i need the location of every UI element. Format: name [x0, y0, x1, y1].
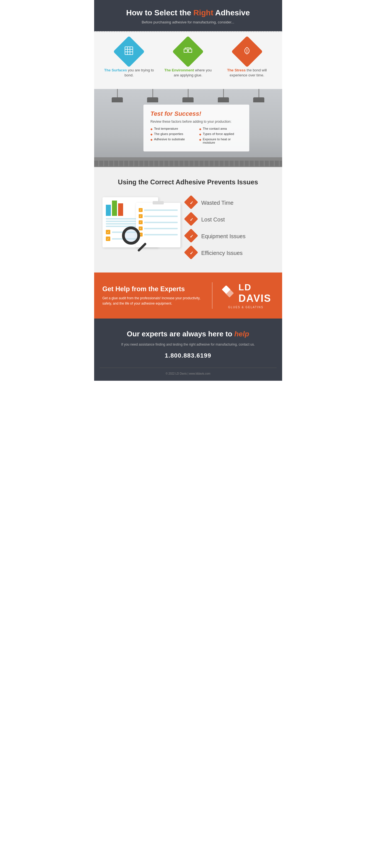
equipment-check: ✓ [186, 231, 197, 242]
clip-line-3 [144, 222, 178, 223]
environment-icon-wrapper [162, 40, 215, 63]
svg-rect-5 [184, 49, 187, 53]
header-subtitle: Before purchasing adhesive for manufactu… [100, 20, 277, 24]
footer-copyright: © 2022 LD Davis | www.lddavis.com [100, 368, 277, 375]
clip-line-1 [144, 210, 178, 211]
environment-icon [183, 46, 193, 58]
bullet-4: ◆ [199, 127, 201, 130]
stress-icon-wrapper [220, 40, 274, 63]
surfaces-icon-wrapper [102, 40, 156, 63]
test-card-columns: ◆ Test temperature ◆ The glues propertie… [150, 127, 242, 146]
prevents-illustration: ✓ ✓ ✓ ✓ [100, 194, 178, 256]
logo-diamonds [220, 286, 236, 301]
wasted-time-check: ✓ [186, 197, 197, 208]
bullet-5: ◆ [199, 133, 201, 136]
magnifying-glass [122, 226, 150, 254]
prevents-content: ✓ ✓ ✓ ✓ [100, 194, 277, 258]
factory-light-3 [182, 89, 194, 102]
factory-light-5 [253, 89, 264, 102]
lost-cost-check-icon: ✓ [190, 217, 193, 222]
experts-section: Our experts are always here to help If y… [94, 318, 282, 381]
efficiency-check: ✓ [186, 247, 197, 258]
experts-heading-plain: Our experts are always here to [127, 330, 234, 338]
logo-text: LD DAVIS [238, 282, 271, 304]
test-item-label-1: Test temperature [154, 127, 178, 130]
stress-diamond [231, 36, 263, 67]
test-heading: Test for Success! [150, 110, 242, 117]
factory-light-4 [218, 89, 229, 102]
clip-check-box-2: ✓ [139, 214, 143, 218]
test-col-right: ◆ The contact area ◆ Types of force appl… [199, 127, 242, 146]
get-help-divider [212, 282, 212, 309]
experts-heading: Our experts are always here to help [100, 330, 277, 338]
factory-section: Test for Success! Review these factors b… [94, 89, 282, 167]
magnify-lens [122, 226, 140, 245]
logo-diamond-svg [220, 286, 236, 301]
logo-ld-text: LD [238, 282, 271, 292]
phone-number: 1.800.883.6199 [100, 352, 277, 359]
surfaces-label-highlight: The Surfaces [104, 68, 127, 72]
title-highlight: Right [193, 8, 213, 17]
considerations-section: The Surfaces you are trying to bond. The… [94, 32, 282, 89]
clip-check-1: ✓ [139, 208, 178, 212]
surfaces-label: The Surfaces you are trying to bond. [102, 68, 156, 78]
equipment-label: Equipment Issues [201, 233, 246, 240]
consideration-surfaces: The Surfaces you are trying to bond. [102, 40, 156, 78]
environment-label-highlight: The Environment [164, 68, 194, 72]
test-card: Test for Success! Review these factors b… [143, 104, 249, 151]
page-header: How to Select the Right Adhesive Before … [94, 0, 282, 31]
environment-label: The Environment where you are applying g… [162, 68, 215, 78]
lost-cost-label: Lost Cost [201, 216, 225, 223]
experts-body: If you need assistance finding and testi… [100, 342, 277, 346]
get-help-section: Get Help from the Experts Get a glue aud… [94, 273, 282, 318]
test-item-3: ◆ Adhesive to substrate [150, 137, 194, 141]
prevents-list: ✓ Wasted Time ✓ Lost Cost ✓ Equipment Is… [186, 194, 277, 258]
surfaces-diamond [113, 36, 145, 67]
logo-lockup: LD DAVIS [220, 282, 271, 304]
stress-label-highlight: The Stress [227, 68, 245, 72]
clip-check-box-3: ✓ [139, 220, 143, 224]
prevents-item-equipment: ✓ Equipment Issues [186, 231, 277, 242]
report-line-2 [106, 221, 140, 222]
consideration-environment: The Environment where you are applying g… [162, 40, 215, 78]
title-plain: How to Select the [126, 8, 193, 17]
logo-davis-text: DAVIS [238, 292, 271, 304]
test-item-label-3: Adhesive to substrate [154, 137, 185, 141]
prevents-section: Using the Correct Adhesive Prevents Issu… [94, 167, 282, 273]
test-subtitle: Review these factors before adding to yo… [150, 120, 242, 124]
efficiency-label: Efficiency Issues [201, 250, 243, 256]
svg-rect-0 [125, 47, 133, 55]
bullet-2: ◆ [150, 133, 152, 136]
conveyor-belt-visual [94, 161, 282, 166]
stress-label: The Stress the bond will experience over… [220, 68, 274, 78]
stress-icon [242, 46, 252, 58]
clipboard-clip [152, 201, 164, 205]
clip-check-2: ✓ [139, 214, 178, 218]
wasted-time-check-icon: ✓ [190, 200, 193, 206]
magnify-handle [137, 243, 146, 252]
prevents-item-efficiency: ✓ Efficiency Issues [186, 247, 277, 258]
factory-light-2 [147, 89, 158, 102]
get-help-heading: Get Help from the Experts [102, 285, 206, 293]
efficiency-check-icon: ✓ [190, 250, 193, 256]
factory-light-1 [112, 89, 123, 102]
bullet-1: ◆ [150, 127, 152, 130]
svg-rect-6 [189, 49, 192, 53]
prevents-item-wasted-time: ✓ Wasted Time [186, 197, 277, 208]
svg-point-10 [246, 52, 247, 53]
consideration-stress: The Stress the bond will experience over… [220, 40, 274, 78]
check-box-1: ✓ [106, 230, 110, 234]
logo-tagline: GLUES & GELATINS [228, 306, 264, 309]
get-help-left: Get Help from the Experts Get a glue aud… [102, 285, 206, 306]
bar-blue [106, 205, 111, 216]
test-item-1: ◆ Test temperature [150, 127, 194, 130]
factory-background: Test for Success! Review these factors b… [94, 89, 282, 167]
factory-lights [94, 89, 282, 102]
conveyor-belt [94, 157, 282, 167]
clip-check-box-1: ✓ [139, 208, 143, 212]
test-item-label-4: The contact area [203, 127, 227, 130]
wasted-time-label: Wasted Time [201, 200, 234, 206]
lost-cost-check: ✓ [186, 214, 197, 225]
ld-davis-logo: LD DAVIS GLUES & GELATINS [218, 282, 274, 309]
bar-green [112, 200, 117, 216]
